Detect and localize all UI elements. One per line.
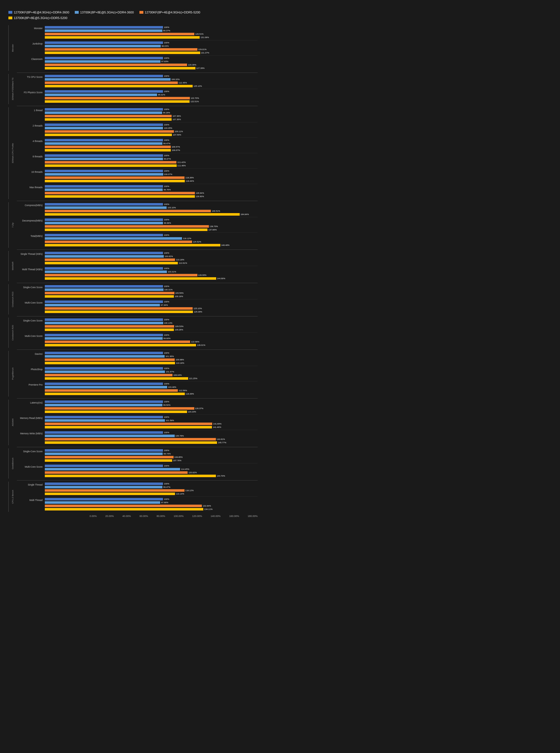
bar-line-1-1-0: 100% <box>45 90 258 93</box>
bar-fill-2-5-0 <box>45 185 163 187</box>
bar-pct-0-0-3: 131.08% <box>200 36 209 39</box>
row-8-2: Memory Write (MB/s)100%109.78%144.61%145… <box>17 430 258 445</box>
row-name-9-0: Single-Core Score <box>17 448 45 453</box>
bar-pct-0-2-0: 100% <box>164 57 169 59</box>
bar-line-2-3-0: 100% <box>45 154 258 157</box>
bar-line-3-1-2: 138.70% <box>45 225 258 228</box>
bar-fill-0-1-0 <box>45 41 163 44</box>
row-name-2-1: 2 threads <box>17 123 45 127</box>
bar-fill-1-1-0 <box>45 90 163 93</box>
bar-pct-2-0-0: 100% <box>164 108 169 111</box>
row-name-2-4: 16 threads <box>17 169 45 173</box>
row-name-8-0: Latency(ns) <box>17 400 45 404</box>
bar-pct-1-1-3: 122.51% <box>191 100 199 103</box>
bar-pct-5-0-3: 109.18% <box>175 295 183 298</box>
row-3-1: Decompress(MB/s)100%99.98%138.70%137.66% <box>17 218 258 232</box>
bar-fill-6-1-2 <box>45 340 190 343</box>
bar-line-10-1-3: 134.11% <box>45 508 258 511</box>
section-8: AIDA64Latency(ns)100%99.50%126.37%120.23… <box>8 400 258 445</box>
bar-pct-5-0-2: 109.59% <box>175 292 184 294</box>
bar-line-0-0-1: 99.37% <box>45 29 258 32</box>
bar-line-2-3-2: 111.42% <box>45 161 258 164</box>
bar-pct-8-0-0: 100% <box>164 400 169 403</box>
bar-fill-4-0-1 <box>45 255 164 258</box>
bar-pct-2-5-2: 126.94% <box>196 192 204 194</box>
bar-fill-0-1-1 <box>45 45 161 47</box>
bar-line-9-0-0: 100% <box>45 449 258 452</box>
bar-pct-2-3-0: 100% <box>164 154 169 157</box>
bar-line-1-0-3: 125.12% <box>45 84 258 88</box>
bar-line-10-0-3: 110.14% <box>45 492 258 495</box>
bar-fill-8-1-0 <box>45 416 163 418</box>
bar-fill-9-1-3 <box>45 475 216 477</box>
bar-fill-6-1-0 <box>45 334 163 336</box>
bar-pct-2-0-3: 107.36% <box>173 118 181 121</box>
bar-line-2-5-0: 100% <box>45 185 258 188</box>
bar-pct-2-2-1: 99.47% <box>163 142 170 145</box>
bar-line-9-0-3: 107.76% <box>45 459 258 462</box>
bar-line-10-1-2: 132.84% <box>45 504 258 508</box>
bar-line-2-0-2: 107.36% <box>45 115 258 118</box>
bar-fill-2-1-2 <box>45 130 174 133</box>
bar-line-3-0-1: 103.10% <box>45 206 258 209</box>
bar-fill-3-1-2 <box>45 225 209 228</box>
bar-pct-4-1-2: 128.99% <box>198 274 207 276</box>
bar-pct-10-0-1: 99.47% <box>163 486 170 488</box>
bar-fill-5-1-2 <box>45 307 193 310</box>
bar-pct-6-1-1: 99.60% <box>163 337 171 340</box>
bar-pct-8-2-3: 145.77% <box>218 441 226 444</box>
legend-color-3 <box>8 17 12 19</box>
bar-pct-3-2-3: 148.48% <box>221 244 229 246</box>
bar-pct-0-2-3: 127.39% <box>196 67 205 70</box>
bar-line-2-3-1: 99.87% <box>45 157 258 160</box>
bar-fill-2-4-0 <box>45 170 163 172</box>
legend-item-2: 12700KF(8P+4E@4.9GHz)+DDR5-5200 <box>139 11 200 14</box>
bar-fill-2-4-2 <box>45 176 184 179</box>
bar-line-2-1-0: 100% <box>45 123 258 126</box>
bar-pct-3-0-3: 164.84% <box>241 213 249 216</box>
bar-line-2-2-3: 106.67% <box>45 149 258 152</box>
bar-pct-8-0-3: 120.23% <box>188 411 196 413</box>
bar-pct-8-0-2: 126.37% <box>195 407 204 410</box>
bar-pct-6-1-3: 128.01% <box>197 344 205 346</box>
bar-fill-8-2-0 <box>45 431 163 434</box>
section-label-0: Blender <box>8 25 17 71</box>
bar-fill-2-2-2 <box>45 145 171 148</box>
bar-fill-6-0-2 <box>45 325 174 328</box>
row-10-1: Multi Thread100%97.68%132.84%134.11% <box>17 497 258 512</box>
bar-line-10-1-1: 97.68% <box>45 501 258 504</box>
bar-fill-10-0-3 <box>45 493 175 495</box>
bar-line-6-0-1: 100.13% <box>45 321 258 324</box>
bar-line-0-2-2: 120.39% <box>45 63 258 66</box>
row-2-3: 8 threads100%99.87%111.42%111.46% <box>17 154 258 168</box>
legend-label-2: 12700KF(8P+4E@4.9GHz)+DDR5-5200 <box>145 11 200 14</box>
bar-fill-7-1-2 <box>45 374 173 376</box>
section-label-2: 3DMark CPU Profile <box>8 107 17 199</box>
bar-fill-2-0-1 <box>45 112 162 114</box>
bar-line-5-1-0: 100% <box>45 300 258 303</box>
bar-line-5-0-3: 109.18% <box>45 295 258 298</box>
row-name-0-0: Monster <box>17 25 45 30</box>
bar-line-0-2-3: 127.39% <box>45 67 258 70</box>
bar-line-8-1-0: 100% <box>45 416 258 419</box>
bar-fill-7-1-3 <box>45 377 188 380</box>
row-name-9-1: Multi-Core Score <box>17 464 45 468</box>
bar-fill-2-3-3 <box>45 164 177 167</box>
row-6-1: Multi-Core Score100%99.60%122.98%128.01% <box>17 333 258 348</box>
bar-line-8-0-3: 120.23% <box>45 410 258 413</box>
bar-pct-5-0-0: 100% <box>164 285 169 288</box>
bar-fill-3-2-0 <box>45 234 163 236</box>
row-name-4-1: Multi Thread (KB/s) <box>17 266 45 271</box>
bar-pct-9-1-2: 120.82% <box>188 471 197 474</box>
bar-line-6-0-3: 109.26% <box>45 328 258 331</box>
row-name-10-0: Single Thread <box>17 482 45 486</box>
bar-pct-4-0-0: 100% <box>164 252 169 254</box>
bar-line-8-2-3: 145.77% <box>45 441 258 444</box>
bar-pct-9-1-1: 114.45% <box>181 468 189 471</box>
bar-fill-4-1-1 <box>45 271 167 273</box>
bar-fill-4-1-3 <box>45 277 216 280</box>
bar-line-2-5-1: 99.76% <box>45 188 258 191</box>
bar-line-9-0-2: 108.85% <box>45 456 258 459</box>
bar-pct-2-5-3: 126.90% <box>196 195 204 198</box>
bar-pct-10-0-2: 118.12% <box>185 489 194 492</box>
